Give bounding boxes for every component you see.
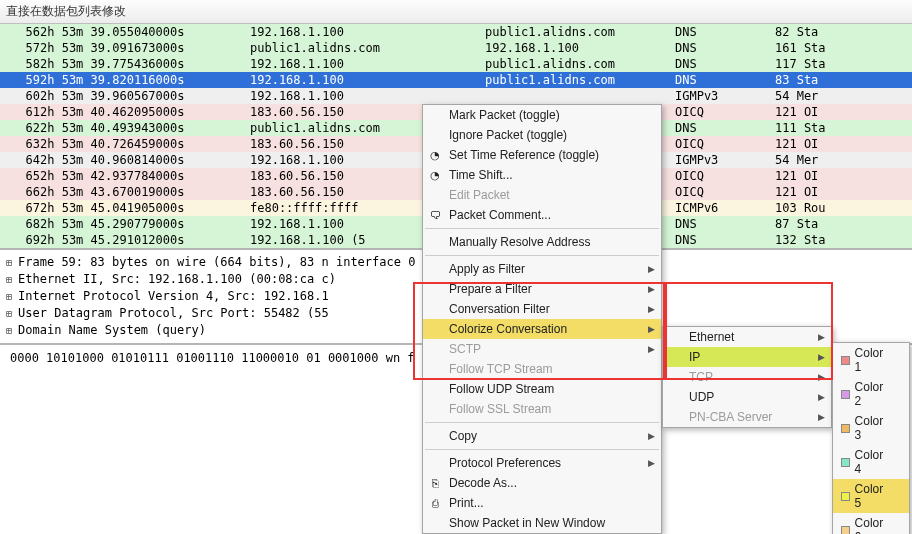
color-option-6[interactable]: Color 6	[833, 513, 909, 534]
chevron-right-icon: ▶	[818, 412, 825, 422]
menu-decode-as[interactable]: ⎘Decode As...	[423, 473, 661, 493]
submenu-ethernet[interactable]: Ethernet▶	[663, 327, 831, 347]
chevron-right-icon: ▶	[818, 372, 825, 382]
color-option-4[interactable]: Color 4	[833, 445, 909, 479]
print-icon: ⎙	[428, 497, 442, 509]
chevron-right-icon: ▶	[648, 304, 655, 314]
color-option-5[interactable]: Color 5	[833, 479, 909, 513]
decode-icon: ⎘	[428, 477, 442, 489]
submenu-tcp: TCP▶	[663, 367, 831, 387]
submenu-udp[interactable]: UDP▶	[663, 387, 831, 407]
packet-row[interactable]: 59 2h 53m 39.820116000s192.168.1.100publ…	[0, 72, 912, 88]
menu-apply-filter[interactable]: Apply as Filter▶	[423, 259, 661, 279]
packet-row[interactable]: 57 2h 53m 39.091673000spublic1.alidns.co…	[0, 40, 912, 56]
packet-row[interactable]: 58 2h 53m 39.775436000s192.168.1.100publ…	[0, 56, 912, 72]
chevron-right-icon: ▶	[648, 431, 655, 441]
chevron-right-icon: ▶	[648, 458, 655, 468]
packet-row[interactable]: 60 2h 53m 39.960567000s192.168.1.100IGMP…	[0, 88, 912, 104]
menu-edit-packet: Edit Packet	[423, 185, 661, 205]
chevron-right-icon: ▶	[818, 332, 825, 342]
comment-icon: 🗨	[428, 209, 442, 221]
menu-follow-tcp: Follow TCP Stream	[423, 359, 661, 379]
clock-icon: ◔	[428, 149, 442, 162]
menu-packet-comment[interactable]: 🗨Packet Comment...	[423, 205, 661, 225]
menu-copy[interactable]: Copy▶	[423, 426, 661, 446]
menu-time-shift[interactable]: ◔Time Shift...	[423, 165, 661, 185]
menu-set-time-reference[interactable]: ◔Set Time Reference (toggle)	[423, 145, 661, 165]
colorize-submenu: Ethernet▶ IP▶ TCP▶ UDP▶ PN-CBA Server▶	[662, 326, 832, 428]
menu-protocol-preferences[interactable]: Protocol Preferences▶	[423, 453, 661, 473]
menu-colorize-conversation[interactable]: Colorize Conversation▶	[423, 319, 661, 339]
color-option-3[interactable]: Color 3	[833, 411, 909, 445]
menu-resolve-address[interactable]: Manually Resolve Address	[423, 232, 661, 252]
menu-ignore-packet[interactable]: Ignore Packet (toggle)	[423, 125, 661, 145]
submenu-ip[interactable]: IP▶	[663, 347, 831, 367]
menu-print[interactable]: ⎙Print...	[423, 493, 661, 513]
chevron-right-icon: ▶	[648, 324, 655, 334]
packet-row[interactable]: 56 2h 53m 39.055040000s192.168.1.100publ…	[0, 24, 912, 40]
menu-show-packet-window[interactable]: Show Packet in New Window	[423, 513, 661, 533]
chevron-right-icon: ▶	[818, 352, 825, 362]
chevron-right-icon: ▶	[648, 264, 655, 274]
clock-icon: ◔	[428, 169, 442, 182]
chevron-right-icon: ▶	[648, 284, 655, 294]
menu-conversation-filter[interactable]: Conversation Filter▶	[423, 299, 661, 319]
chevron-right-icon: ▶	[818, 392, 825, 402]
menu-follow-ssl: Follow SSL Stream	[423, 399, 661, 419]
context-menu: Mark Packet (toggle) Ignore Packet (togg…	[422, 104, 662, 534]
window-title: 直接在数据包列表修改	[0, 0, 912, 24]
menu-prepare-filter[interactable]: Prepare a Filter▶	[423, 279, 661, 299]
menu-mark-packet[interactable]: Mark Packet (toggle)	[423, 105, 661, 125]
menu-sctp: SCTP▶	[423, 339, 661, 359]
menu-follow-udp[interactable]: Follow UDP Stream	[423, 379, 661, 399]
submenu-pncba: PN-CBA Server▶	[663, 407, 831, 427]
chevron-right-icon: ▶	[648, 344, 655, 354]
color-submenu: Color 1Color 2Color 3Color 4Color 5Color…	[832, 342, 910, 534]
color-option-1[interactable]: Color 1	[833, 343, 909, 377]
color-option-2[interactable]: Color 2	[833, 377, 909, 411]
